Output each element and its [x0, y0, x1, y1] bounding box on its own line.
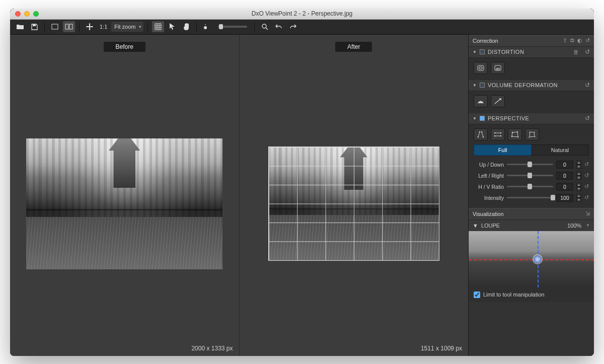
visualization-title: Visualization: [473, 211, 504, 217]
globe-icon[interactable]: ◐: [577, 37, 582, 44]
distortion-panel-header[interactable]: ▼ DISTORTION 🗑 ↺: [469, 47, 594, 58]
limit-checkbox[interactable]: [474, 292, 480, 298]
toolbar-slider[interactable]: [218, 26, 247, 28]
perspective-sliders: Up / Down0▲▼↺Left / Right0▲▼↺H / V Ratio…: [474, 161, 589, 202]
undo-button[interactable]: [273, 21, 285, 32]
slider-stepper[interactable]: ▲▼: [576, 194, 581, 202]
loupe-zoom-value[interactable]: 100%: [567, 223, 581, 229]
loupe-center-marker[interactable]: [534, 255, 542, 263]
svg-rect-3: [69, 24, 72, 29]
limit-label: Limit to tool manipulation: [483, 292, 545, 298]
svg-point-15: [494, 135, 495, 136]
before-dimensions: 2000 x 1333 px: [191, 345, 233, 352]
slider-row-3: Intensity100▲▼↺: [474, 194, 589, 202]
perspective-panel-header[interactable]: ▼ PERSPECTIVE ↺: [469, 113, 594, 124]
single-view-button[interactable]: [49, 21, 61, 32]
slider-reset-icon[interactable]: ↺: [584, 161, 589, 168]
force-horizontal-button[interactable]: [491, 128, 505, 140]
slider-value[interactable]: 100: [556, 194, 573, 202]
force-parallel-button[interactable]: [474, 128, 488, 140]
distortion-auto-button[interactable]: [474, 62, 488, 74]
slider-reset-icon[interactable]: ↺: [584, 194, 589, 201]
distortion-toggle[interactable]: [480, 49, 485, 54]
slider-track[interactable]: [507, 175, 553, 176]
volume-toggle[interactable]: [480, 83, 485, 88]
limit-row: Limit to tool manipulation: [469, 287, 594, 302]
perspective-toggle[interactable]: [480, 116, 485, 121]
reset-icon[interactable]: ↺: [585, 82, 590, 89]
hand-tool-button[interactable]: [180, 21, 192, 32]
after-image-wrap[interactable]: [240, 52, 469, 356]
loupe-preview[interactable]: [469, 231, 594, 287]
zoom-ratio-button[interactable]: 1:1: [98, 21, 109, 32]
slider-label: Intensity: [474, 195, 504, 201]
pointer-tool-button[interactable]: [166, 21, 178, 32]
volume-panel-body: [469, 91, 594, 113]
svg-point-19: [517, 136, 518, 137]
save-button[interactable]: [28, 21, 40, 32]
volume-title: VOLUME DEFORMATION: [488, 82, 582, 88]
reset-icon[interactable]: ↺: [585, 115, 590, 122]
slider-track[interactable]: [507, 186, 553, 187]
visualization-section-header: Visualization ⇲: [469, 208, 594, 220]
content-area: Before 2000 x 1333 px After 1511 x 1009 …: [10, 35, 594, 356]
loupe-panel-header[interactable]: ▼ LOUPE 100% ▼: [469, 220, 594, 231]
svg-point-17: [512, 131, 513, 132]
slider-reset-icon[interactable]: ↺: [584, 172, 589, 179]
seg-natural[interactable]: Natural: [532, 144, 589, 156]
slider-track[interactable]: [507, 164, 553, 165]
separator: [254, 22, 255, 32]
slider-value[interactable]: 0: [556, 172, 573, 180]
volume-horizontal-button[interactable]: [474, 95, 488, 107]
move-tool-button[interactable]: [84, 21, 96, 32]
slider-stepper[interactable]: ▲▼: [576, 183, 581, 191]
slider-stepper[interactable]: ▲▼: [576, 161, 581, 169]
redo-button[interactable]: [287, 21, 299, 32]
svg-rect-1: [52, 24, 58, 29]
disclosure-icon: ▼: [473, 50, 477, 54]
slider-reset-icon[interactable]: ↺: [584, 183, 589, 190]
compare-view-button[interactable]: [63, 21, 75, 32]
separator: [147, 22, 148, 32]
slider-value[interactable]: 0: [556, 183, 573, 191]
slider-value[interactable]: 0: [556, 161, 573, 169]
grid-toggle-button[interactable]: [152, 21, 164, 32]
perspective-mode-segmented: Full Natural: [474, 144, 589, 156]
reset-all-icon[interactable]: ↺: [585, 37, 590, 44]
pin-icon[interactable]: ⇲: [585, 210, 590, 217]
app-window: DxO ViewPoint 2 - 2 - Perspective.jpg 1:…: [10, 9, 594, 356]
viewer: Before 2000 x 1333 px After 1511 x 1009 …: [10, 35, 468, 356]
export-icon[interactable]: ⇪: [563, 37, 567, 44]
svg-rect-0: [33, 24, 36, 26]
eight-point-button[interactable]: [525, 128, 539, 140]
volume-diagonal-button[interactable]: [491, 95, 505, 107]
zoom-tool-button[interactable]: [259, 21, 271, 32]
trash-icon[interactable]: 🗑: [573, 49, 579, 55]
slider-label: Up / Down: [474, 162, 504, 168]
open-file-button[interactable]: [14, 21, 26, 32]
window-title: DxO ViewPoint 2 - 2 - Perspective.jpg: [10, 10, 594, 17]
separator: [79, 22, 80, 32]
svg-point-5: [262, 24, 266, 28]
reference-line-button[interactable]: [201, 21, 213, 32]
seg-full[interactable]: Full: [474, 144, 532, 156]
volume-panel-header[interactable]: ▼ VOLUME DEFORMATION ↺: [469, 80, 594, 91]
distortion-manual-button[interactable]: [491, 62, 505, 74]
after-label: After: [335, 42, 372, 52]
zoom-select[interactable]: Fit zoom: [111, 22, 143, 32]
before-pane: Before 2000 x 1333 px: [10, 35, 239, 356]
disclosure-icon: ▼: [473, 83, 477, 88]
loupe-horizon-line: [469, 259, 594, 260]
slider-stepper[interactable]: ▲▼: [576, 172, 581, 180]
svg-rect-7: [479, 67, 482, 69]
slider-track[interactable]: [507, 197, 553, 198]
disclosure-icon: ▼: [473, 116, 477, 121]
force-rectangle-button[interactable]: [508, 128, 522, 140]
copy-icon[interactable]: ⧉: [570, 37, 574, 44]
slider-row-1: Left / Right0▲▼↺: [474, 172, 589, 180]
separator: [196, 22, 197, 32]
perspective-title: PERSPECTIVE: [488, 115, 582, 121]
before-image-wrap[interactable]: [10, 52, 239, 356]
after-dimensions: 1511 x 1009 px: [421, 345, 462, 352]
reset-icon[interactable]: ↺: [585, 48, 590, 55]
